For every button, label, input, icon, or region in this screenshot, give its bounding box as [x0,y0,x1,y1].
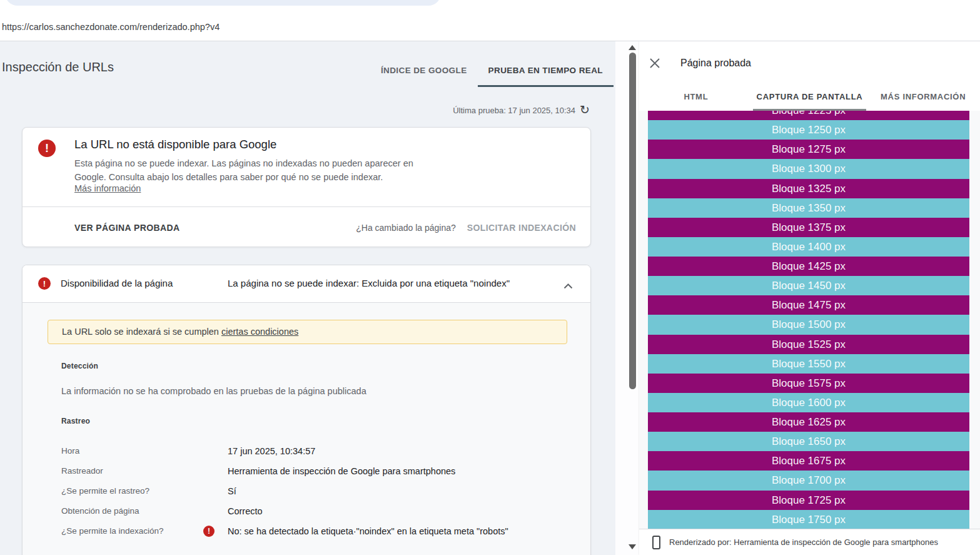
row-label: Hora [61,441,79,461]
renderer-label: Renderizado por: Herramienta de inspecci… [669,537,938,547]
screenshot-block: Bloque 1625 px [648,412,969,432]
page-title: Inspección de URLs [2,60,114,74]
table-row: Rastreador Herramienta de inspección de … [23,461,590,481]
screenshot-block: Bloque 1350 px [648,198,969,218]
scroll-up-arrow[interactable] [629,45,636,50]
screenshot-block: Bloque 1400 px [648,237,969,257]
screenshot-block: Bloque 1700 px [648,471,969,490]
refresh-icon[interactable]: ↻ [580,104,590,116]
smartphone-icon [652,536,660,549]
screenshot-block: Bloque 1450 px [648,276,969,295]
screenshot-block: Bloque 1225 px [648,111,969,120]
error-icon: ! [38,277,51,290]
main-scrollbar [615,41,639,555]
row-value: Herramienta de inspección de Google para… [228,461,455,481]
last-test-label: Última prueba: 17 jun 2025, 10:34 [453,106,575,115]
tab-more-info[interactable]: MÁS INFORMACIÓN [866,84,980,111]
close-icon[interactable] [649,58,660,69]
table-row: Obtención de página Correcto [23,501,590,521]
availability-header[interactable]: ! Disponibilidad de la página La página … [23,265,590,302]
screenshot-block: Bloque 1375 px [648,218,969,237]
verdict-card: ! La URL no está disponible para Google … [22,127,591,247]
app-window: https://carlos.sanchezdonate.com/renderi… [0,0,980,555]
row-label: ¿Se permite el rastreo? [61,481,149,501]
row-value: Sí [228,481,236,501]
row-value: 17 jun 2025, 10:34:57 [228,441,315,461]
tab-html[interactable]: HTML [639,84,753,111]
screenshot-block: Bloque 1475 px [648,295,969,315]
verdict-actions: VER PÁGINA PROBADA ¿Ha cambiado la págin… [23,207,590,248]
screenshot-block: Bloque 1500 px [648,315,969,334]
request-indexing-button[interactable]: SOLICITAR INDEXACIÓN [467,223,576,233]
conditional-index-banner: La URL solo se indexará si se cumplen ci… [48,320,567,344]
tab-screenshot[interactable]: CAPTURA DE PANTALLA [753,84,867,111]
error-icon: ! [38,140,56,157]
availability-body: La URL solo se indexará si se cumplen ci… [23,302,590,555]
page-changed-label: ¿Ha cambiado la página? [356,223,456,233]
main-content: Inspección de URLs ÍNDICE DE GOOGLE PRUE… [0,41,615,555]
screenshot-block: Bloque 1550 px [648,354,969,374]
screenshot-block: Bloque 1675 px [648,451,969,471]
crawl-rows: Hora 17 jun 2025, 10:34:57 Rastreador He… [23,441,590,541]
result-tabs: ÍNDICE DE GOOGLE PRUEBA EN TIEMPO REAL [370,56,614,87]
row-label: Rastreador [61,461,103,481]
screenshot-block: Bloque 1325 px [648,179,969,198]
panel-tabs: HTML CAPTURA DE PANTALLA MÁS INFORMACIÓN [639,84,980,111]
certain-conditions-link[interactable]: ciertas condiciones [221,327,298,337]
screenshot-block: Bloque 1750 px [648,510,969,529]
tested-page-panel: Página probada HTML CAPTURA DE PANTALLA … [639,41,980,555]
panel-footer: Renderizado por: Herramienta de inspecci… [639,529,980,555]
availability-title: Disponibilidad de la página [61,265,173,302]
error-icon: ! [203,526,215,537]
table-row: Hora 17 jun 2025, 10:34:57 [23,441,590,461]
screenshot-block: Bloque 1600 px [648,393,969,412]
panel-title: Página probada [680,58,751,69]
panel-header: Página probada [639,41,980,84]
more-info-link[interactable]: Más información [74,183,141,193]
crawl-heading: Rastreo [61,417,90,425]
banner-text: La URL solo se indexará si se cumplen [62,327,221,337]
scroll-down-arrow[interactable] [629,544,636,549]
chevron-up-icon[interactable] [563,280,573,292]
screenshot-block: Bloque 1300 px [648,159,969,178]
tab-google-index[interactable]: ÍNDICE DE GOOGLE [370,56,478,87]
view-tested-page-button[interactable]: VER PÁGINA PROBADA [74,223,179,233]
screenshot-block: Bloque 1525 px [648,335,969,354]
availability-card: ! Disponibilidad de la página La página … [22,265,591,555]
inspected-url: https://carlos.sanchezdonate.com/renderi… [2,22,220,32]
screenshot-block: Bloque 1275 px [648,140,969,159]
top-bar: https://carlos.sanchezdonate.com/renderi… [0,0,980,41]
screenshot-block: Bloque 1575 px [648,374,969,393]
row-value: Correcto [228,501,263,521]
url-inspect-search-bar[interactable] [5,0,441,6]
detection-heading: Detección [61,362,98,370]
row-label: Obtención de página [61,501,139,521]
tab-live-test[interactable]: PRUEBA EN TIEMPO REAL [478,56,614,87]
screenshot-block: Bloque 1250 px [648,120,969,140]
table-row: ¿Se permite la indexación? ! No: se ha d… [23,521,590,541]
verdict-title: La URL no está disponible para Google [74,138,276,151]
last-test-row: Última prueba: 17 jun 2025, 10:34 ↻ [453,104,590,116]
row-label: ¿Se permite la indexación? [61,521,164,541]
scrollbar-thumb[interactable] [629,53,636,389]
screenshot-viewport: Bloque 1225 pxBloque 1250 pxBloque 1275 … [639,111,980,529]
detection-text: La información no se ha comprobado en la… [61,386,366,396]
screenshot-blocks: Bloque 1225 pxBloque 1250 pxBloque 1275 … [648,111,969,529]
screenshot-block: Bloque 1650 px [648,432,969,451]
verdict-body: Esta página no se puede indexar. Las pág… [74,157,423,184]
availability-status: La página no se puede indexar: Excluida … [228,265,510,302]
table-row: ¿Se permite el rastreo? Sí [23,481,590,501]
screenshot-block: Bloque 1425 px [648,257,969,276]
screenshot-block: Bloque 1725 px [648,491,969,510]
row-value: No: se ha detectado la etiqueta·"noindex… [228,521,508,541]
